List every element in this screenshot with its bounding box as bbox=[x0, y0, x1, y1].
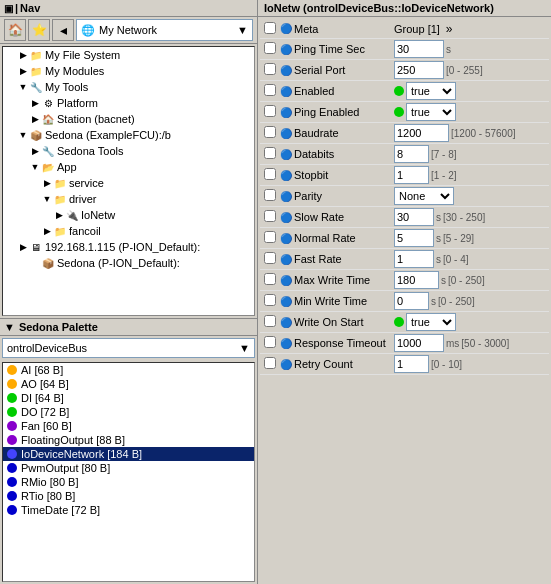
expand-icon-ionetw[interactable]: ▶ bbox=[53, 209, 65, 221]
palette-title: Sedona Palette bbox=[19, 321, 98, 333]
response-timeout-input[interactable] bbox=[394, 334, 444, 352]
expand-icon-sedona-fcu[interactable]: ▼ bbox=[17, 129, 29, 141]
tree-item-modules[interactable]: ▶ 📁 My Modules bbox=[3, 63, 254, 79]
serial-port-checkbox[interactable] bbox=[262, 63, 278, 77]
ping-enabled-select[interactable]: true false bbox=[406, 103, 456, 121]
slow-rate-unit: s bbox=[436, 212, 441, 223]
palette-item-FloatingOutput[interactable]: FloatingOutput [88 B] bbox=[3, 433, 254, 447]
expand-icon-fancoil[interactable]: ▶ bbox=[41, 225, 53, 237]
parity-select[interactable]: None Even Odd bbox=[394, 187, 454, 205]
tree-label: App bbox=[57, 161, 77, 173]
collapse-icon[interactable]: ▼ bbox=[4, 321, 15, 333]
min-write-time-checkbox[interactable] bbox=[262, 294, 278, 308]
tree-item-station-bacnet[interactable]: ▶ 🏠 Station (bacnet) bbox=[3, 111, 254, 127]
parity-label: Parity bbox=[294, 190, 394, 202]
palette-combo[interactable]: ontrolDeviceBus ▼ bbox=[2, 338, 255, 358]
normal-rate-checkbox[interactable] bbox=[262, 231, 278, 245]
expand-icon-sedona-tools[interactable]: ▶ bbox=[29, 145, 41, 157]
expand-icon-ip-ion[interactable]: ▶ bbox=[17, 241, 29, 253]
meta-checkbox[interactable] bbox=[262, 22, 278, 36]
databits-input[interactable] bbox=[394, 145, 429, 163]
tree-item-app[interactable]: ▼ 📂 App bbox=[3, 159, 254, 175]
palette-item-IoDeviceNetwork[interactable]: IoDeviceNetwork [184 B] bbox=[3, 447, 254, 461]
tree-item-sedona-tools[interactable]: ▶ 🔧 Sedona Tools bbox=[3, 143, 254, 159]
response-timeout-checkbox[interactable] bbox=[262, 336, 278, 350]
tree-label: My File System bbox=[45, 49, 120, 61]
palette-item-RMio[interactable]: RMio [80 B] bbox=[3, 475, 254, 489]
palette-item-DO[interactable]: DO [72 B] bbox=[3, 405, 254, 419]
tree-item-driver[interactable]: ▼ 📁 driver bbox=[3, 191, 254, 207]
expand-icon-driver[interactable]: ▼ bbox=[41, 193, 53, 205]
bookmark-button[interactable]: ⭐ bbox=[28, 19, 50, 41]
max-write-time-input[interactable] bbox=[394, 271, 439, 289]
parity-checkbox[interactable] bbox=[262, 189, 278, 203]
retry-count-value: [0 - 10] bbox=[394, 355, 547, 373]
normal-rate-input[interactable] bbox=[394, 229, 434, 247]
fast-rate-input[interactable] bbox=[394, 250, 434, 268]
tree-item-sedona-ion[interactable]: 📦 Sedona (P-ION_Default): bbox=[3, 255, 254, 271]
tree-item-fancoil[interactable]: ▶ 📁 fancoil bbox=[3, 223, 254, 239]
tree-item-platform[interactable]: ▶ ⚙ Platform bbox=[3, 95, 254, 111]
baudrate-input[interactable] bbox=[394, 124, 449, 142]
expand-icon-station[interactable]: ▶ bbox=[29, 113, 41, 125]
expand-icon-app[interactable]: ▼ bbox=[29, 161, 41, 173]
enabled-select[interactable]: true false bbox=[406, 82, 456, 100]
tree-item-tools[interactable]: ▼ 🔧 My Tools bbox=[3, 79, 254, 95]
tree-item-file-system[interactable]: ▶ 📁 My File System bbox=[3, 47, 254, 63]
stopbit-row: 🔵 Stopbit [1 - 2] bbox=[260, 165, 549, 186]
fast-rate-checkbox[interactable] bbox=[262, 252, 278, 266]
expand-icon-file-system[interactable]: ▶ bbox=[17, 49, 29, 61]
expand-icon-tools[interactable]: ▼ bbox=[17, 81, 29, 93]
ping-enabled-status-dot bbox=[394, 107, 404, 117]
expand-icon-modules[interactable]: ▶ bbox=[17, 65, 29, 77]
write-on-start-select[interactable]: true false bbox=[406, 313, 456, 331]
tree-item-ip-ion[interactable]: ▶ 🖥 192.168.1.115 (P-ION_Default): bbox=[3, 239, 254, 255]
palette-item-Fan[interactable]: Fan [60 B] bbox=[3, 419, 254, 433]
expand-icon-sedona-ion[interactable] bbox=[29, 257, 41, 269]
retry-count-input[interactable] bbox=[394, 355, 429, 373]
tree-item-ionetw[interactable]: ▶ 🔌 IoNetw bbox=[3, 207, 254, 223]
slow-rate-input[interactable] bbox=[394, 208, 434, 226]
nav-tree[interactable]: ▶ 📁 My File System ▶ 📁 My Modules ▼ 🔧 My… bbox=[2, 46, 255, 316]
palette-item-PwmOutput[interactable]: PwmOutput [80 B] bbox=[3, 461, 254, 475]
tree-label: Sedona (ExampleFCU):/b bbox=[45, 129, 171, 141]
ping-time-checkbox[interactable] bbox=[262, 42, 278, 56]
palette-item-AI[interactable]: AI [68 B] bbox=[3, 363, 254, 377]
parity-value: None Even Odd bbox=[394, 187, 547, 205]
group-chevron[interactable]: » bbox=[446, 22, 453, 36]
palette-item-RTio[interactable]: RTio [80 B] bbox=[3, 489, 254, 503]
ping-enabled-checkbox[interactable] bbox=[262, 105, 278, 119]
serial-port-input[interactable] bbox=[394, 61, 444, 79]
tree-label: IoNetw bbox=[81, 209, 115, 221]
slow-rate-checkbox[interactable] bbox=[262, 210, 278, 224]
back-button[interactable]: ◂ bbox=[52, 19, 74, 41]
baudrate-checkbox[interactable] bbox=[262, 126, 278, 140]
panel-title-icon: | bbox=[15, 2, 18, 14]
databits-checkbox[interactable] bbox=[262, 147, 278, 161]
ping-time-input[interactable] bbox=[394, 40, 444, 58]
palette-item-label: AO [64 B] bbox=[21, 378, 69, 390]
min-write-time-input[interactable] bbox=[394, 292, 429, 310]
slow-rate-icon: 🔵 bbox=[278, 212, 294, 223]
stopbit-checkbox[interactable] bbox=[262, 168, 278, 182]
write-on-start-checkbox[interactable] bbox=[262, 315, 278, 329]
enabled-checkbox[interactable] bbox=[262, 84, 278, 98]
sedona-icon: 📦 bbox=[29, 128, 43, 142]
min-write-time-value: s [0 - 250] bbox=[394, 292, 547, 310]
nav-dropdown[interactable]: 🌐 My Network ▼ bbox=[76, 19, 253, 41]
palette-item-TimeDate[interactable]: TimeDate [72 B] bbox=[3, 503, 254, 517]
meta-value: Group [1] » bbox=[394, 22, 547, 36]
meta-label: Meta bbox=[294, 23, 394, 35]
max-write-time-checkbox[interactable] bbox=[262, 273, 278, 287]
palette-item-DI[interactable]: DI [64 B] bbox=[3, 391, 254, 405]
expand-icon-platform[interactable]: ▶ bbox=[29, 97, 41, 109]
right-panel-header: IoNetw (ontrolDeviceBus::IoDeviceNetwork… bbox=[258, 0, 551, 17]
palette-list[interactable]: AI [68 B] AO [64 B] DI [64 B] DO [72 B] … bbox=[2, 362, 255, 582]
stopbit-input[interactable] bbox=[394, 166, 429, 184]
tree-item-sedona-fcu[interactable]: ▼ 📦 Sedona (ExampleFCU):/b bbox=[3, 127, 254, 143]
home-button[interactable]: 🏠 bbox=[4, 19, 26, 41]
tree-item-service[interactable]: ▶ 📁 service bbox=[3, 175, 254, 191]
retry-count-checkbox[interactable] bbox=[262, 357, 278, 371]
palette-item-AO[interactable]: AO [64 B] bbox=[3, 377, 254, 391]
expand-icon-service[interactable]: ▶ bbox=[41, 177, 53, 189]
